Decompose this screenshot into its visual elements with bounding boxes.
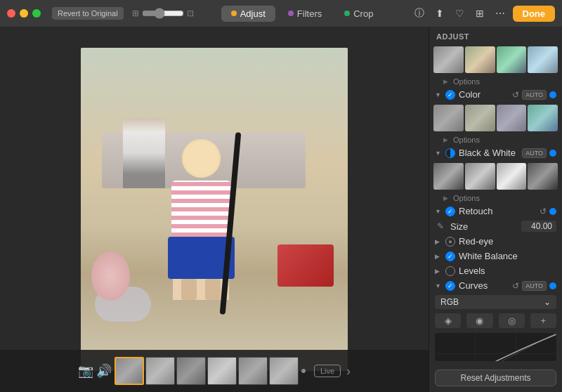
- curves-eyedropper2[interactable]: ◉: [466, 313, 492, 328]
- curves-checkbox[interactable]: [445, 281, 455, 291]
- adj-thumb-1[interactable]: [433, 46, 464, 73]
- color-section[interactable]: Color ↺ AUTO: [429, 87, 562, 102]
- adj-thumb-4[interactable]: [528, 46, 558, 73]
- rgb-select[interactable]: RGB ⌄: [435, 295, 556, 309]
- bw-chevron: [435, 150, 442, 157]
- slideshow-button[interactable]: ⊞: [472, 6, 488, 21]
- bw-thumb-4[interactable]: [528, 163, 558, 190]
- film-thumb-1[interactable]: [115, 357, 144, 385]
- film-thumb-6[interactable]: [269, 357, 299, 385]
- film-thumb-5[interactable]: [238, 357, 268, 385]
- heart-button[interactable]: ♡: [452, 6, 468, 21]
- svg-line-4: [435, 333, 556, 361]
- bw-options2-chevron: [443, 195, 450, 202]
- bw-checkbox[interactable]: [445, 148, 455, 158]
- bw-options-row[interactable]: Options: [429, 134, 562, 145]
- retouch-section[interactable]: Retouch ↺: [429, 204, 562, 218]
- redeye-chevron: [435, 238, 442, 245]
- wb-chevron: [435, 253, 442, 260]
- color-icons: ↺ AUTO: [512, 90, 556, 100]
- revert-original-button[interactable]: Revert to Original: [52, 7, 124, 20]
- curves-eyedropper1[interactable]: ◈: [435, 313, 461, 328]
- curves-icons: ↺ AUTO: [512, 281, 556, 291]
- maximize-button[interactable]: [32, 9, 41, 18]
- photo-container: [0, 27, 429, 392]
- color-thumb-3[interactable]: [497, 105, 527, 131]
- color-thumb-2[interactable]: [465, 105, 495, 131]
- levels-chevron: [435, 268, 442, 275]
- bw-options2-row[interactable]: Options: [429, 192, 562, 204]
- film-thumb-2[interactable]: [145, 357, 175, 385]
- bw-section[interactable]: Black & White AUTO: [429, 145, 562, 160]
- color-checkbox[interactable]: [445, 90, 455, 100]
- filmstrip-arrow[interactable]: ›: [346, 364, 351, 379]
- retouch-reset-icon[interactable]: ↺: [540, 207, 547, 216]
- whitebalance-section[interactable]: White Balance: [429, 249, 562, 263]
- color-thumb-4[interactable]: [528, 105, 558, 131]
- bw-thumb-3[interactable]: [497, 163, 527, 190]
- bw-thumbnails: [429, 160, 562, 192]
- levels-section[interactable]: Levels: [429, 263, 562, 278]
- redeye-section[interactable]: ● Red-eye: [429, 234, 562, 249]
- size-pencil-icon: ✎: [435, 221, 446, 232]
- bw-thumb-1[interactable]: [433, 163, 464, 190]
- zoom-slider[interactable]: [142, 8, 184, 19]
- bw-options-chevron: [443, 136, 450, 143]
- color-thumb-1[interactable]: [433, 105, 464, 131]
- bw-icons: AUTO: [522, 148, 556, 158]
- color-blue-dot: [549, 91, 556, 98]
- film-thumbs[interactable]: [115, 357, 299, 385]
- tab-adjust[interactable]: Adjust: [221, 6, 275, 22]
- curves-add-point[interactable]: +: [530, 313, 556, 328]
- bw-blue-dot: [549, 150, 556, 157]
- chair-element: [277, 244, 334, 287]
- baby-seat-element: [91, 251, 130, 301]
- curves-auto-badge[interactable]: AUTO: [522, 281, 547, 291]
- film-thumb-4[interactable]: [207, 357, 237, 385]
- retouch-blue-dot: [549, 208, 556, 215]
- adj-thumb-2[interactable]: [465, 46, 495, 73]
- slider-icon: ⊞: [132, 8, 139, 18]
- levels-checkbox[interactable]: [445, 266, 455, 276]
- color-reset-icon[interactable]: ↺: [512, 90, 519, 100]
- rgb-chevron-icon: ⌄: [544, 297, 551, 307]
- retouch-checkbox[interactable]: [445, 207, 455, 216]
- curves-graph[interactable]: [435, 333, 556, 361]
- sound-icon: 🔊: [96, 363, 112, 379]
- tab-crop[interactable]: Crop: [334, 6, 383, 22]
- curves-grid-svg: [435, 333, 556, 361]
- color-auto-badge[interactable]: AUTO: [522, 90, 547, 100]
- curves-reset-icon[interactable]: ↺: [512, 281, 519, 291]
- bw-thumb-2[interactable]: [465, 163, 495, 190]
- size-row: ✎ Size 40.00: [429, 218, 562, 234]
- close-button[interactable]: [7, 9, 15, 18]
- retouch-chevron: [435, 208, 442, 215]
- minimize-button[interactable]: [20, 9, 28, 18]
- filmstrip-indicator: [301, 369, 306, 373]
- top-thumbnails: [429, 44, 562, 76]
- bw-auto-badge[interactable]: AUTO: [522, 148, 547, 158]
- tab-filters[interactable]: Filters: [278, 6, 332, 22]
- curves-chevron: [435, 282, 442, 289]
- main-content: 📷 🔊 Live › ADJUST: [0, 27, 562, 392]
- film-thumb-3[interactable]: [176, 357, 206, 385]
- reset-adjustments-button[interactable]: Reset Adjustments: [435, 370, 556, 386]
- traffic-lights: [7, 9, 41, 18]
- info-button[interactable]: ⓘ: [411, 5, 428, 22]
- curves-tools: ◈ ◉ ◎ +: [429, 311, 562, 330]
- curves-eyedropper3[interactable]: ◎: [499, 313, 525, 328]
- crop-dot: [344, 11, 350, 16]
- color-options-row[interactable]: Options: [429, 76, 562, 87]
- redeye-checkbox[interactable]: ●: [445, 237, 455, 247]
- more-button[interactable]: ⋯: [492, 6, 509, 21]
- reset-bottom: Reset Adjustments: [429, 364, 562, 392]
- adj-thumb-3[interactable]: [497, 46, 527, 73]
- curves-blue-dot: [549, 282, 556, 289]
- done-button[interactable]: Done: [513, 6, 556, 22]
- curves-section[interactable]: Curves ↺ AUTO: [429, 278, 562, 293]
- share-button[interactable]: ⬆: [432, 6, 447, 21]
- right-panel: ADJUST Options Color ↺ AUTO: [429, 27, 562, 392]
- color-options-chevron: [443, 78, 450, 85]
- wb-checkbox[interactable]: [445, 251, 455, 261]
- photo-area: 📷 🔊 Live ›: [0, 27, 429, 392]
